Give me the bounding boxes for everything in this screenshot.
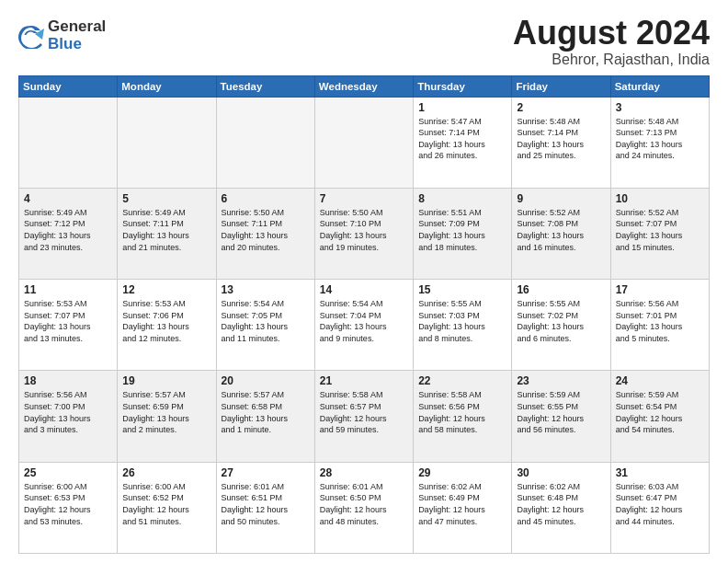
- table-row: 13Sunrise: 5:54 AM Sunset: 7:05 PM Dayli…: [216, 280, 314, 371]
- day-number: 15: [418, 283, 506, 296]
- day-number: 27: [222, 466, 310, 479]
- table-row: [19, 97, 118, 188]
- calendar-header-row: Sunday Monday Tuesday Wednesday Thursday…: [19, 75, 710, 97]
- day-info: Sunrise: 5:47 AM Sunset: 7:14 PM Dayligh…: [418, 116, 506, 162]
- day-number: 5: [122, 192, 210, 205]
- location: Behror, Rajasthan, India: [513, 52, 710, 68]
- day-number: 30: [517, 466, 605, 479]
- logo-blue: Blue: [48, 36, 106, 53]
- table-row: 26Sunrise: 6:00 AM Sunset: 6:52 PM Dayli…: [118, 462, 216, 553]
- table-row: 15Sunrise: 5:55 AM Sunset: 7:03 PM Dayli…: [414, 280, 512, 371]
- day-info: Sunrise: 5:49 AM Sunset: 7:12 PM Dayligh…: [24, 207, 112, 253]
- table-row: 4Sunrise: 5:49 AM Sunset: 7:12 PM Daylig…: [19, 188, 118, 279]
- day-number: 20: [222, 374, 310, 387]
- day-info: Sunrise: 5:52 AM Sunset: 7:07 PM Dayligh…: [616, 207, 704, 253]
- day-number: 4: [24, 192, 112, 205]
- day-number: 9: [517, 192, 605, 205]
- table-row: 31Sunrise: 6:03 AM Sunset: 6:47 PM Dayli…: [610, 462, 709, 553]
- calendar-week-row: 18Sunrise: 5:56 AM Sunset: 7:00 PM Dayli…: [19, 371, 710, 462]
- day-info: Sunrise: 5:49 AM Sunset: 7:11 PM Dayligh…: [122, 207, 210, 253]
- table-row: 11Sunrise: 5:53 AM Sunset: 7:07 PM Dayli…: [19, 280, 118, 371]
- day-info: Sunrise: 5:50 AM Sunset: 7:11 PM Dayligh…: [222, 207, 310, 253]
- table-row: [216, 97, 314, 188]
- day-number: 28: [320, 466, 408, 479]
- day-info: Sunrise: 6:02 AM Sunset: 6:49 PM Dayligh…: [418, 481, 506, 527]
- day-number: 7: [320, 192, 408, 205]
- calendar-week-row: 1Sunrise: 5:47 AM Sunset: 7:14 PM Daylig…: [19, 97, 710, 188]
- day-info: Sunrise: 5:54 AM Sunset: 7:04 PM Dayligh…: [320, 298, 408, 344]
- table-row: 3Sunrise: 5:48 AM Sunset: 7:13 PM Daylig…: [610, 97, 709, 188]
- day-number: 21: [320, 374, 408, 387]
- table-row: 8Sunrise: 5:51 AM Sunset: 7:09 PM Daylig…: [414, 188, 512, 279]
- day-number: 22: [418, 374, 506, 387]
- table-row: 2Sunrise: 5:48 AM Sunset: 7:14 PM Daylig…: [512, 97, 610, 188]
- day-number: 17: [616, 283, 704, 296]
- table-row: 6Sunrise: 5:50 AM Sunset: 7:11 PM Daylig…: [216, 188, 314, 279]
- table-row: 7Sunrise: 5:50 AM Sunset: 7:10 PM Daylig…: [314, 188, 413, 279]
- day-number: 6: [222, 192, 310, 205]
- day-number: 13: [222, 283, 310, 296]
- day-info: Sunrise: 5:56 AM Sunset: 7:01 PM Dayligh…: [616, 298, 704, 344]
- day-number: 12: [122, 283, 210, 296]
- table-row: 25Sunrise: 6:00 AM Sunset: 6:53 PM Dayli…: [19, 462, 118, 553]
- table-row: 23Sunrise: 5:59 AM Sunset: 6:55 PM Dayli…: [512, 371, 610, 462]
- day-number: 1: [418, 101, 506, 114]
- day-info: Sunrise: 6:03 AM Sunset: 6:47 PM Dayligh…: [616, 481, 704, 527]
- day-info: Sunrise: 5:51 AM Sunset: 7:09 PM Dayligh…: [418, 207, 506, 253]
- table-row: 5Sunrise: 5:49 AM Sunset: 7:11 PM Daylig…: [118, 188, 216, 279]
- day-number: 14: [320, 283, 408, 296]
- table-row: 16Sunrise: 5:55 AM Sunset: 7:02 PM Dayli…: [512, 280, 610, 371]
- day-number: 26: [122, 466, 210, 479]
- calendar-week-row: 11Sunrise: 5:53 AM Sunset: 7:07 PM Dayli…: [19, 280, 710, 371]
- day-info: Sunrise: 5:55 AM Sunset: 7:02 PM Dayligh…: [517, 298, 605, 344]
- logo-general: General: [48, 18, 106, 36]
- table-row: 14Sunrise: 5:54 AM Sunset: 7:04 PM Dayli…: [314, 280, 413, 371]
- day-info: Sunrise: 5:59 AM Sunset: 6:54 PM Dayligh…: [616, 389, 704, 435]
- header-saturday: Saturday: [610, 75, 709, 97]
- table-row: 27Sunrise: 6:01 AM Sunset: 6:51 PM Dayli…: [216, 462, 314, 553]
- day-info: Sunrise: 5:55 AM Sunset: 7:03 PM Dayligh…: [418, 298, 506, 344]
- table-row: 30Sunrise: 6:02 AM Sunset: 6:48 PM Dayli…: [512, 462, 610, 553]
- day-info: Sunrise: 5:58 AM Sunset: 6:56 PM Dayligh…: [418, 389, 506, 435]
- day-info: Sunrise: 5:52 AM Sunset: 7:08 PM Dayligh…: [517, 207, 605, 253]
- calendar-week-row: 4Sunrise: 5:49 AM Sunset: 7:12 PM Daylig…: [19, 188, 710, 279]
- table-row: 18Sunrise: 5:56 AM Sunset: 7:00 PM Dayli…: [19, 371, 118, 462]
- logo-icon: [18, 23, 44, 49]
- table-row: 24Sunrise: 5:59 AM Sunset: 6:54 PM Dayli…: [610, 371, 709, 462]
- day-number: 16: [517, 283, 605, 296]
- day-number: 3: [616, 101, 704, 114]
- day-number: 11: [24, 283, 112, 296]
- day-number: 29: [418, 466, 506, 479]
- table-row: 21Sunrise: 5:58 AM Sunset: 6:57 PM Dayli…: [314, 371, 413, 462]
- table-row: 19Sunrise: 5:57 AM Sunset: 6:59 PM Dayli…: [118, 371, 216, 462]
- day-info: Sunrise: 5:56 AM Sunset: 7:00 PM Dayligh…: [24, 389, 112, 435]
- day-info: Sunrise: 5:54 AM Sunset: 7:05 PM Dayligh…: [222, 298, 310, 344]
- day-info: Sunrise: 6:00 AM Sunset: 6:52 PM Dayligh…: [122, 481, 210, 527]
- title-block: August 2024 Behror, Rajasthan, India: [513, 15, 710, 68]
- header-thursday: Thursday: [414, 75, 512, 97]
- table-row: 29Sunrise: 6:02 AM Sunset: 6:49 PM Dayli…: [414, 462, 512, 553]
- table-row: [118, 97, 216, 188]
- day-info: Sunrise: 5:53 AM Sunset: 7:06 PM Dayligh…: [122, 298, 210, 344]
- day-info: Sunrise: 5:59 AM Sunset: 6:55 PM Dayligh…: [517, 389, 605, 435]
- day-info: Sunrise: 5:58 AM Sunset: 6:57 PM Dayligh…: [320, 389, 408, 435]
- day-number: 24: [616, 374, 704, 387]
- table-row: 1Sunrise: 5:47 AM Sunset: 7:14 PM Daylig…: [414, 97, 512, 188]
- day-number: 25: [24, 466, 112, 479]
- table-row: [314, 97, 413, 188]
- day-info: Sunrise: 5:53 AM Sunset: 7:07 PM Dayligh…: [24, 298, 112, 344]
- day-info: Sunrise: 6:02 AM Sunset: 6:48 PM Dayligh…: [517, 481, 605, 527]
- header: General Blue August 2024 Behror, Rajasth…: [18, 15, 710, 68]
- table-row: 22Sunrise: 5:58 AM Sunset: 6:56 PM Dayli…: [414, 371, 512, 462]
- day-number: 18: [24, 374, 112, 387]
- day-number: 23: [517, 374, 605, 387]
- page: General Blue August 2024 Behror, Rajasth…: [0, 0, 728, 563]
- day-number: 8: [418, 192, 506, 205]
- calendar-table: Sunday Monday Tuesday Wednesday Thursday…: [18, 75, 710, 554]
- header-wednesday: Wednesday: [314, 75, 413, 97]
- month-title: August 2024: [513, 15, 710, 52]
- day-info: Sunrise: 5:57 AM Sunset: 6:58 PM Dayligh…: [222, 389, 310, 435]
- day-number: 31: [616, 466, 704, 479]
- logo: General Blue: [18, 18, 106, 52]
- day-number: 10: [616, 192, 704, 205]
